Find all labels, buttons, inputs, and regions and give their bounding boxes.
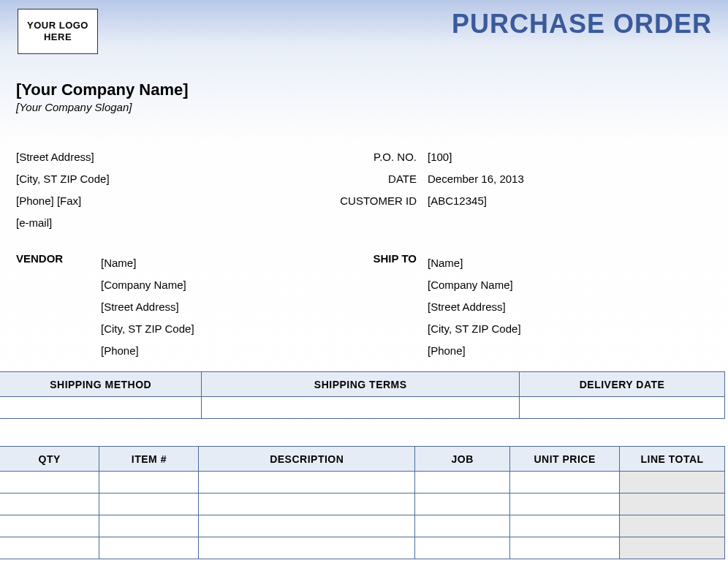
- company-address: [Street Address] [City, ST ZIP Code] [Ph…: [16, 146, 110, 234]
- item-row: [0, 515, 725, 537]
- shipping-terms-cell[interactable]: [202, 397, 520, 419]
- po-no-label: P.O. NO.: [336, 146, 417, 168]
- line-total-cell: [620, 537, 725, 559]
- shipto-city: [City, ST ZIP Code]: [428, 318, 521, 340]
- shipping-method-header: SHIPPING METHOD: [0, 372, 202, 397]
- qty-cell[interactable]: [0, 494, 99, 515]
- city-state-zip: [City, ST ZIP Code]: [16, 168, 110, 190]
- unit-price-cell[interactable]: [510, 515, 620, 537]
- job-cell[interactable]: [415, 537, 510, 559]
- shipto-street: [Street Address]: [428, 296, 521, 318]
- job-cell[interactable]: [415, 515, 510, 537]
- vendor-address: [Name] [Company Name] [Street Address] […: [101, 252, 194, 362]
- item-header: ITEM #: [99, 447, 199, 472]
- item-row: [0, 472, 725, 494]
- line-total-cell: [620, 494, 725, 515]
- description-cell[interactable]: [199, 494, 415, 515]
- description-cell[interactable]: [199, 472, 415, 494]
- job-header: JOB: [415, 447, 510, 472]
- unit-price-cell[interactable]: [510, 537, 620, 559]
- unit-price-cell[interactable]: [510, 472, 620, 494]
- job-cell[interactable]: [415, 472, 510, 494]
- po-no-value: [100]: [428, 146, 524, 168]
- po-meta-labels: P.O. NO. DATE CUSTOMER ID: [336, 146, 417, 212]
- description-header: DESCRIPTION: [199, 447, 415, 472]
- line-total-header: LINE TOTAL: [620, 447, 725, 472]
- description-cell[interactable]: [199, 515, 415, 537]
- company-slogan: [Your Company Slogan]: [16, 101, 189, 113]
- delivery-date-header: DELIVERY DATE: [520, 372, 725, 397]
- vendor-city: [City, ST ZIP Code]: [101, 318, 194, 340]
- shipto-name: [Name]: [428, 252, 521, 274]
- item-cell[interactable]: [99, 537, 199, 559]
- shipto-section-label: SHIP TO: [362, 252, 417, 265]
- logo-placeholder: YOUR LOGO HERE: [18, 9, 98, 54]
- items-table: QTY ITEM # DESCRIPTION JOB UNIT PRICE LI…: [0, 446, 725, 559]
- vendor-phone: [Phone]: [101, 340, 194, 362]
- job-cell[interactable]: [415, 494, 510, 515]
- vendor-section-label: VENDOR: [16, 252, 63, 265]
- unit-price-cell[interactable]: [510, 494, 620, 515]
- item-cell[interactable]: [99, 515, 199, 537]
- qty-cell[interactable]: [0, 472, 99, 494]
- vendor-company: [Company Name]: [101, 274, 194, 296]
- qty-header: QTY: [0, 447, 99, 472]
- line-total-cell: [620, 472, 725, 494]
- date-value: December 16, 2013: [428, 168, 524, 190]
- document-title: PURCHASE ORDER: [452, 9, 712, 39]
- shipping-terms-header: SHIPPING TERMS: [202, 372, 520, 397]
- item-cell[interactable]: [99, 472, 199, 494]
- delivery-date-cell[interactable]: [520, 397, 725, 419]
- item-row: [0, 537, 725, 559]
- qty-cell[interactable]: [0, 515, 99, 537]
- company-header: [Your Company Name] [Your Company Slogan…: [16, 80, 189, 113]
- item-row: [0, 494, 725, 515]
- line-total-cell: [620, 515, 725, 537]
- shipto-phone: [Phone]: [428, 340, 521, 362]
- unit-price-header: UNIT PRICE: [510, 447, 620, 472]
- phone-fax: [Phone] [Fax]: [16, 190, 110, 212]
- shipto-address: [Name] [Company Name] [Street Address] […: [428, 252, 521, 362]
- po-meta-values: [100] December 16, 2013 [ABC12345]: [428, 146, 524, 212]
- street-address: [Street Address]: [16, 146, 110, 168]
- shipping-method-cell[interactable]: [0, 397, 202, 419]
- description-cell[interactable]: [199, 537, 415, 559]
- email: [e-mail]: [16, 212, 110, 234]
- date-label: DATE: [336, 168, 417, 190]
- item-cell[interactable]: [99, 494, 199, 515]
- vendor-street: [Street Address]: [101, 296, 194, 318]
- qty-cell[interactable]: [0, 537, 99, 559]
- company-name: [Your Company Name]: [16, 80, 189, 99]
- shipto-company: [Company Name]: [428, 274, 521, 296]
- vendor-name: [Name]: [101, 252, 194, 274]
- customer-id-value: [ABC12345]: [428, 190, 524, 212]
- customer-id-label: CUSTOMER ID: [336, 190, 417, 212]
- shipping-table: SHIPPING METHOD SHIPPING TERMS DELIVERY …: [0, 371, 725, 419]
